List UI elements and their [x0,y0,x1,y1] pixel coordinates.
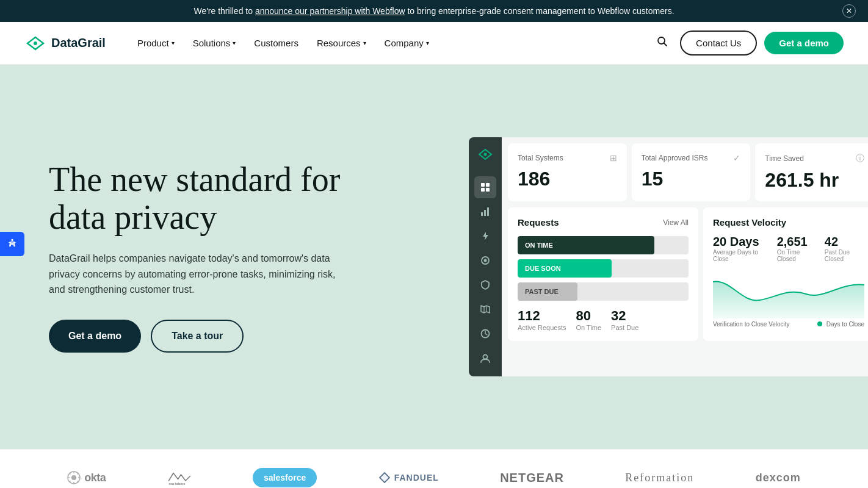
avg-days-stat: 20 Days Average Days to Close [713,235,767,262]
sidebar-icon-circle[interactable] [474,249,496,271]
on-time-closed-label: On Time Closed [777,249,815,262]
avg-days-label: Average Days to Close [713,249,767,262]
avg-days-value: 20 Days [713,235,767,249]
svg-point-2 [484,153,487,156]
chevron-down-icon: ▾ [233,40,236,46]
sidebar-icon-clock[interactable] [474,323,496,345]
chart-legend: Verification to Close Velocity Days to C… [713,321,864,328]
past-due-stat: 32 Past Due [611,308,638,331]
announcement-bar: We're thrilled to announce our partnersh… [0,0,868,22]
accessibility-icon [6,238,18,250]
announcement-close-button[interactable]: ✕ [842,4,856,18]
past-due-closed-stat: 42 Past Due Closed [825,235,864,262]
velocity-stats: 20 Days Average Days to Close 2,651 On T… [713,235,864,262]
svg-rect-7 [481,212,483,216]
sidebar-icon-user[interactable] [474,347,496,369]
view-all-link[interactable]: View All [663,218,689,227]
nav-resources[interactable]: Resources ▾ [309,33,374,53]
svg-point-28 [11,239,13,241]
nav-product[interactable]: Product ▾ [130,33,182,53]
total-systems-value: 186 [518,168,617,190]
requests-title: Requests [518,217,559,228]
nav-company[interactable]: Company ▾ [377,33,436,53]
chart-label: Verification to Close Velocity [713,321,790,328]
netgear-label: NETGEAR [500,471,564,485]
sidebar-icon-dashboard[interactable] [474,176,496,198]
new-balance-icon: new balance [167,468,192,487]
time-saved-value: 261.5 hr [765,169,864,192]
active-requests-label: Active Requests [518,324,566,331]
on-time-value: 80 [576,308,601,324]
nav-customers[interactable]: Customers [247,33,306,53]
get-demo-hero-button[interactable]: Get a demo [49,320,141,353]
active-requests-stat: 112 Active Requests [518,308,566,331]
past-due-stat-label: Past Due [611,324,638,331]
dexcom-label: dexcom [756,472,801,484]
hero-content: The new standard for data privacy DataGr… [49,161,403,353]
check-circle-icon: ✓ [733,153,740,163]
requests-card: Requests View All ON TIME DU [508,207,698,341]
svg-point-11 [484,259,487,262]
fanduel-label: FANDUEL [394,473,439,483]
svg-rect-5 [481,188,485,192]
contact-us-button[interactable]: Contact Us [680,30,757,56]
on-time-label: ON TIME [525,242,553,249]
velocity-title: Request Velocity [713,217,864,228]
past-due-closed-value: 42 [825,235,864,249]
total-systems-label: Total Systems [518,154,563,162]
partners-bar: okta new balance salesforce FANDUEL NETG… [0,449,868,488]
due-soon-label: DUE SOON [525,265,561,272]
announcement-text: We're thrilled to [193,6,255,16]
sidebar-icon-map[interactable] [474,298,496,320]
chevron-down-icon: ▾ [363,40,366,46]
sidebar-logo-icon [476,145,495,164]
grid-icon: ⊞ [610,153,617,163]
svg-point-18 [71,475,76,480]
okta-icon [67,471,81,484]
hero-description: DataGrail helps companies navigate today… [49,251,342,298]
svg-rect-4 [486,183,490,187]
svg-rect-8 [484,210,486,216]
search-button[interactable] [652,31,673,55]
svg-rect-6 [486,188,490,192]
time-saved-label: Time Saved [765,154,804,163]
on-time-closed-value: 2,651 [777,235,815,249]
chevron-down-icon: ▾ [426,40,429,46]
logo-text: DataGrail [51,36,106,50]
hero-section: The new standard for data privacy DataGr… [0,65,868,449]
past-due-label: PAST DUE [525,288,559,295]
announcement-link[interactable]: announce our partnership with Webflow [255,6,405,16]
dashboard-sidebar [469,137,502,376]
announcement-text-after: to bring enterprise-grade consent manage… [407,6,674,16]
hero-title: The new standard for data privacy [49,161,403,236]
nav-actions: Contact Us Get a demo [652,30,844,56]
nav-solutions[interactable]: Solutions ▾ [186,33,244,53]
sidebar-icon-shield[interactable] [474,274,496,296]
datagrail-logo-icon [24,35,46,52]
svg-line-25 [78,473,79,475]
hero-buttons: Get a demo Take a tour [49,320,403,353]
svg-marker-12 [481,306,490,313]
get-demo-nav-button[interactable]: Get a demo [764,32,844,54]
total-systems-card: Total Systems ⊞ 186 [508,143,627,201]
sidebar-icon-lightning[interactable] [474,225,496,247]
logo[interactable]: DataGrail [24,35,106,52]
on-time-bar: ON TIME [518,236,689,254]
past-due-bar: PAST DUE [518,282,689,301]
active-requests-value: 112 [518,308,566,324]
past-due-closed-label: Past Due Closed [825,249,864,262]
partner-reformation: Reformation [625,472,694,484]
past-due-value: 32 [611,308,638,324]
chart-legend-item: Days to Close [817,321,864,328]
total-isrs-value: 15 [642,168,741,190]
take-tour-button[interactable]: Take a tour [151,320,244,353]
svg-line-24 [78,481,79,483]
partner-dexcom: dexcom [756,472,801,484]
svg-rect-3 [481,183,485,187]
okta-label: okta [84,472,106,484]
total-isrs-label: Total Approved ISRs [642,154,708,162]
accessibility-button[interactable] [0,232,24,256]
sidebar-icon-analytics[interactable] [474,201,496,223]
on-time-stat: 80 On Time [576,308,601,331]
total-isrs-card: Total Approved ISRs ✓ 15 [632,143,751,201]
